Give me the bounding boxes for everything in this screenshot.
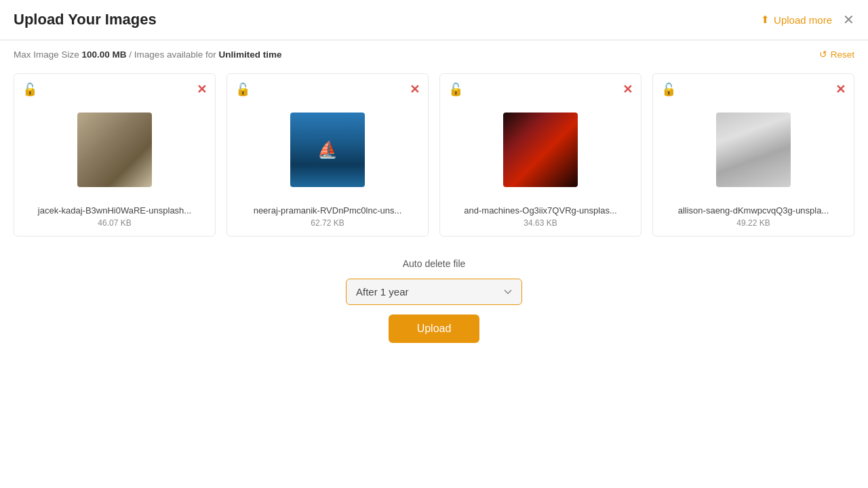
header-actions: ⬆ Upload more ✕ xyxy=(761,13,854,26)
card-image-wrapper xyxy=(22,102,207,197)
image-card: 🔓 ✕ and-machines-Og3iix7QVRg-unsplas... … xyxy=(439,73,642,237)
card-image xyxy=(716,113,791,187)
auto-delete-label: Auto delete file xyxy=(403,258,466,269)
info-text: Max Image Size 100.00 MB / Images availa… xyxy=(14,49,281,60)
card-image-wrapper xyxy=(448,102,633,197)
availability: Unlimited time xyxy=(218,49,281,60)
page-header: Upload Your Images ⬆ Upload more ✕ xyxy=(0,0,868,40)
remove-button[interactable]: ✕ xyxy=(835,83,846,96)
card-image-wrapper xyxy=(235,102,420,197)
upload-button[interactable]: Upload xyxy=(389,314,480,343)
card-filesize: 34.63 KB xyxy=(448,218,633,228)
image-card: 🔓 ✕ allison-saeng-dKmwpcvqQ3g-unspla... … xyxy=(652,73,854,237)
card-image xyxy=(503,113,578,187)
auto-delete-select[interactable]: After 1 yearAfter 6 monthsAfter 3 months… xyxy=(346,279,522,305)
card-controls: 🔓 ✕ xyxy=(661,82,846,97)
remove-button[interactable]: ✕ xyxy=(197,83,207,96)
info-bar: Max Image Size 100.00 MB / Images availa… xyxy=(0,41,868,68)
upload-more-button[interactable]: ⬆ Upload more xyxy=(761,14,832,26)
card-filename: allison-saeng-dKmwpcvqQ3g-unspla... xyxy=(661,205,846,216)
card-filesize: 49.22 KB xyxy=(661,218,846,228)
lock-icon[interactable]: 🔓 xyxy=(661,82,676,97)
upload-more-icon: ⬆ xyxy=(761,14,770,26)
close-button[interactable]: ✕ xyxy=(843,13,854,26)
card-image xyxy=(290,113,365,187)
card-controls: 🔓 ✕ xyxy=(448,82,633,97)
bottom-section: Auto delete file After 1 yearAfter 6 mon… xyxy=(0,258,868,343)
remove-button[interactable]: ✕ xyxy=(623,83,633,96)
page-title: Upload Your Images xyxy=(14,11,157,28)
lock-icon[interactable]: 🔓 xyxy=(22,82,37,97)
reset-label: Reset xyxy=(831,49,854,60)
max-size: 100.00 MB xyxy=(82,49,127,60)
image-card: 🔓 ✕ jacek-kadaj-B3wnHi0WaRE-unsplash... … xyxy=(14,73,216,237)
card-filename: and-machines-Og3iix7QVRg-unsplas... xyxy=(448,205,633,216)
images-grid: 🔓 ✕ jacek-kadaj-B3wnHi0WaRE-unsplash... … xyxy=(0,68,868,242)
upload-more-label: Upload more xyxy=(774,14,832,26)
lock-icon[interactable]: 🔓 xyxy=(235,82,250,97)
reset-icon: ↺ xyxy=(819,49,827,60)
image-card: 🔓 ✕ neeraj-pramanik-RVDnPmc0lnc-uns... 6… xyxy=(226,73,429,237)
remove-button[interactable]: ✕ xyxy=(410,83,420,96)
card-image xyxy=(77,113,152,187)
card-image-wrapper xyxy=(661,102,846,197)
card-controls: 🔓 ✕ xyxy=(235,82,420,97)
card-filename: jacek-kadaj-B3wnHi0WaRE-unsplash... xyxy=(22,205,207,216)
reset-button[interactable]: ↺ Reset xyxy=(819,49,854,60)
card-filesize: 62.72 KB xyxy=(235,218,420,228)
card-filename: neeraj-pramanik-RVDnPmc0lnc-uns... xyxy=(235,205,420,216)
card-controls: 🔓 ✕ xyxy=(22,82,207,97)
card-filesize: 46.07 KB xyxy=(22,218,207,228)
lock-icon[interactable]: 🔓 xyxy=(448,82,463,97)
